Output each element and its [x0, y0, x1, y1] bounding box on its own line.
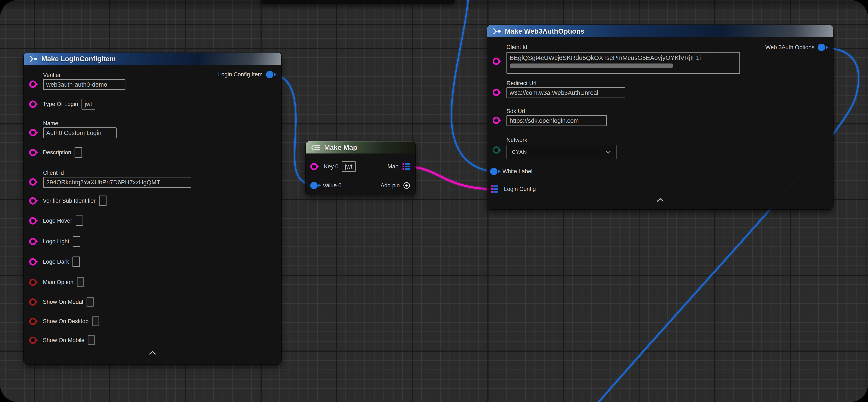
collapse-chevron-icon[interactable]: [149, 351, 156, 355]
pin-label-verifier-sub-identifier: Verifier Sub Identifier: [43, 198, 96, 204]
collapse-chevron-icon[interactable]: [656, 198, 664, 202]
output-row-web3auth-options: Web 3Auth Options: [765, 42, 827, 53]
row-logo-dark: Logo Dark: [29, 256, 80, 267]
verifier-input[interactable]: web3auth-auth0-demo: [43, 79, 125, 90]
show-on-desktop-checkbox[interactable]: [92, 316, 99, 326]
pin-show-on-desktop[interactable]: [29, 318, 36, 325]
pin-label-login-config: Login Config: [504, 186, 536, 192]
node-header[interactable]: Make Map: [306, 141, 415, 153]
description-input[interactable]: [74, 147, 82, 158]
pin-redirect-url[interactable]: [493, 89, 500, 96]
node-title: Make Map: [324, 144, 357, 151]
pin-logo-hover[interactable]: [29, 217, 36, 225]
row-map-output: Map: [388, 161, 411, 172]
pin-logo-dark[interactable]: [29, 258, 36, 265]
logo-hover-input[interactable]: [75, 216, 83, 226]
pin-label-sdk-url: Sdk Url: [506, 108, 525, 115]
pin-network[interactable]: [493, 146, 500, 154]
row-logo-light: Logo Light: [29, 236, 80, 247]
pin-description[interactable]: [29, 149, 36, 156]
add-pin-button[interactable]: Add pin: [380, 180, 411, 191]
output-pin-label: Login Config Item: [218, 71, 262, 78]
output-row-login-config-item: Login Config Item: [218, 69, 275, 80]
pin-label-value0: Value 0: [323, 182, 342, 189]
node-header[interactable]: Make Web3AuthOptions: [487, 25, 833, 37]
blueprint-canvas[interactable]: Make LoginConfigItem Login Config Item V…: [0, 0, 868, 402]
row-main-option: Main Option: [29, 277, 84, 288]
pin-label-client-id: Client Id: [43, 170, 64, 176]
pin-login-config-item-output[interactable]: [266, 71, 273, 78]
pin-label-verifier: Verifier: [43, 72, 61, 79]
pin-login-config[interactable]: [490, 184, 499, 194]
add-pin-icon: [403, 181, 411, 190]
pin-map-output[interactable]: [402, 162, 411, 171]
redirect-url-input[interactable]: w3a://com.w3a.Web3AuthUnreal: [506, 87, 625, 98]
pin-label-show-on-desktop: Show On Desktop: [43, 318, 89, 325]
key0-input[interactable]: jwt: [342, 161, 355, 172]
logo-dark-input[interactable]: [72, 257, 80, 267]
logo-light-input[interactable]: [73, 236, 80, 247]
node-make-loginconfigitem[interactable]: Make LoginConfigItem Login Config Item V…: [24, 53, 281, 364]
pin-name[interactable]: [29, 129, 36, 136]
row-description: Description: [29, 147, 82, 158]
pin-label-network: Network: [506, 137, 527, 143]
pin-key0[interactable]: [310, 163, 318, 170]
pin-type-of-login[interactable]: [29, 100, 36, 108]
make-struct-icon: [492, 28, 501, 35]
type-of-login-input[interactable]: jwt: [82, 98, 95, 110]
make-map-icon: [310, 144, 321, 151]
collapse-row: [487, 198, 833, 202]
pin-label-name: Name: [43, 120, 58, 127]
pin-sdk-url[interactable]: [493, 117, 500, 124]
verifier-sub-identifier-input[interactable]: [99, 196, 106, 206]
row-verifier-sub-identifier: Verifier Sub Identifier: [29, 195, 106, 206]
pin-label-description: Description: [43, 149, 71, 156]
pin-client-id[interactable]: [29, 178, 36, 185]
pin-value0[interactable]: [310, 182, 318, 189]
network-selected-value: CYAN: [512, 149, 527, 155]
main-option-checkbox[interactable]: [77, 277, 84, 287]
pin-logo-light[interactable]: [29, 238, 36, 245]
node-header[interactable]: Make LoginConfigItem: [24, 53, 281, 65]
pin-label-logo-light: Logo Light: [43, 238, 69, 245]
row-show-on-desktop: Show On Desktop: [29, 316, 99, 327]
pin-web3auth-options-output[interactable]: [818, 44, 825, 51]
dropdown-chevron-icon: [606, 150, 611, 154]
client-id-scrollbar[interactable]: [509, 63, 673, 68]
pin-label-logo-dark: Logo Dark: [43, 259, 69, 265]
pin-verifier-sub-identifier[interactable]: [29, 197, 36, 205]
pin-client-id[interactable]: [493, 58, 500, 65]
pin-label-redirect-url: Redirect Url: [506, 80, 536, 87]
pin-label-white-label: White Label: [502, 168, 532, 175]
client-id-input[interactable]: 294QRkchfq2YaXUbPri7D6PH7xzHgQMT: [43, 177, 191, 188]
name-input[interactable]: Auth0 Custom Login: [43, 127, 117, 138]
wire-top-to-whitelabel[interactable]: [452, 0, 492, 171]
collapse-row: [24, 351, 281, 355]
row-login-config: Login Config: [490, 183, 536, 195]
blueprint-editor: Make LoginConfigItem Login Config Item V…: [0, 0, 868, 402]
client-id-input[interactable]: BEglQSgt4cUWcj6SKRdu5QkOXTsePmMcusG5EAoy…: [506, 52, 740, 74]
row-white-label: White Label: [490, 166, 532, 177]
show-on-mobile-checkbox[interactable]: [88, 335, 95, 345]
pin-main-option[interactable]: [29, 279, 36, 286]
node-title: Make Web3AuthOptions: [505, 27, 584, 35]
show-on-modal-checkbox[interactable]: [87, 297, 94, 307]
output-pin-label: Web 3Auth Options: [765, 44, 814, 51]
node-make-map[interactable]: Make Map Key 0 jwt Map Value 0 Add pin: [306, 141, 415, 195]
pin-white-label[interactable]: [490, 168, 497, 175]
sdk-url-input[interactable]: https://sdk.openlogin.com: [506, 115, 607, 126]
network-dropdown[interactable]: CYAN: [506, 145, 617, 159]
row-show-on-modal: Show On Modal: [29, 296, 94, 307]
row-key0: Key 0 jwt: [310, 161, 355, 172]
pin-show-on-mobile[interactable]: [29, 337, 36, 344]
pin-label-key0: Key 0: [324, 163, 338, 170]
pin-verifier[interactable]: [29, 81, 36, 88]
pin-label-main-option: Main Option: [43, 279, 73, 286]
node-title: Make LoginConfigItem: [41, 55, 116, 63]
pin-show-on-modal[interactable]: [29, 298, 36, 306]
node-make-web3authoptions[interactable]: Make Web3AuthOptions Web 3Auth Options C…: [487, 25, 833, 209]
row-show-on-mobile: Show On Mobile: [29, 335, 95, 346]
row-logo-hover: Logo Hover: [29, 215, 83, 226]
row-type-of-login: Type Of Login jwt: [29, 98, 95, 110]
add-pin-label: Add pin: [380, 182, 400, 189]
